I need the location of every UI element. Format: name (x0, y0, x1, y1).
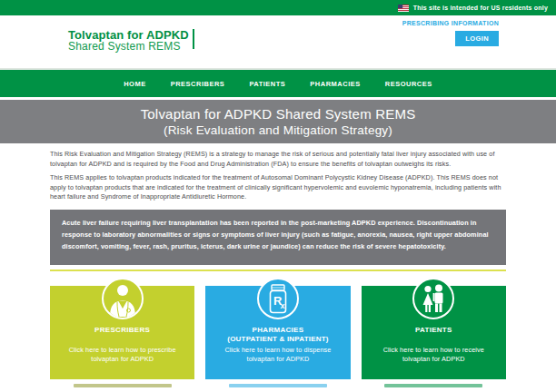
hero-subtitle: (Risk Evaluation and Mitigation Strategy… (0, 123, 556, 137)
rx-bottle-icon: R x (257, 278, 299, 319)
nav-item-patients[interactable]: PATIENTS (249, 80, 285, 88)
page: This site is intended for US residents o… (0, 0, 556, 392)
logo-title: Tolvaptan for ADPKD (68, 28, 189, 40)
prescribers-card[interactable]: PRESCRIBERS Click here to learn how to p… (50, 286, 194, 379)
us-flag-icon (398, 5, 409, 12)
main-nav: HOME PRESCRIBERS PATIENTS PHARMACIES RES… (0, 70, 556, 97)
top-notice-bar: This site is intended for US residents o… (0, 0, 556, 15)
site-header: Tolvaptan for ADPKD Shared System REMS P… (0, 15, 556, 68)
login-button[interactable]: LOGIN (455, 31, 499, 46)
prescribing-information-link[interactable]: PRESCRIBING INFORMATION (402, 20, 499, 26)
us-residents-notice: This site is intended for US residents o… (413, 5, 548, 11)
nav-item-home[interactable]: HOME (124, 80, 146, 88)
patients-card-title: PATIENTS (362, 326, 506, 335)
pharmacies-cutoff-link[interactable] (229, 384, 327, 387)
svg-text:x: x (280, 301, 284, 310)
site-logo[interactable]: Tolvaptan for ADPKD Shared System REMS (50, 28, 194, 68)
nav-item-prescribers[interactable]: PRESCRIBERS (171, 80, 225, 88)
hero-banner: Tolvaptan for ADPKD Shared System REMS (… (0, 100, 556, 143)
pharmacies-card[interactable]: R x PHARMACIES (OUTPATIENT & INPATIENT) … (205, 286, 350, 379)
logo-subtitle: Shared System REMS (68, 42, 189, 52)
intro-paragraph-1: This Risk Evaluation and Mitigation Stra… (50, 150, 506, 169)
cutoff-links-row (50, 384, 506, 387)
lime-divider (50, 270, 506, 271)
intro-paragraph-2: This REMS applies to tolvaptan products … (50, 173, 506, 202)
patients-card[interactable]: PATIENTS Click here to learn how to rece… (362, 286, 506, 379)
pharmacies-card-subtitle: (OUTPATIENT & INPATIENT) (205, 335, 350, 344)
main-content: This Risk Evaluation and Mitigation Stra… (50, 150, 506, 379)
logo-divider-bar (193, 29, 195, 49)
doctor-icon (102, 278, 144, 319)
patients-card-link[interactable]: Click here to learn how to receive tolva… (362, 346, 506, 364)
liver-failure-warning-box: Acute liver failure requiring liver tran… (50, 210, 506, 265)
patients-cutoff-link[interactable] (384, 384, 482, 387)
prescribers-cutoff-link[interactable] (74, 384, 172, 387)
prescribers-card-title: PRESCRIBERS (50, 326, 194, 335)
nav-item-pharmacies[interactable]: PHARMACIES (310, 80, 360, 88)
prescribers-card-link[interactable]: Click here to learn how to prescribe tol… (50, 346, 194, 364)
pharmacies-card-title: PHARMACIES (205, 326, 350, 335)
hero-title: Tolvaptan for ADPKD Shared System REMS (0, 106, 556, 122)
patients-icon (412, 278, 454, 319)
nav-item-resources[interactable]: RESOURCES (385, 80, 432, 88)
audience-cards: PRESCRIBERS Click here to learn how to p… (50, 286, 506, 379)
pharmacies-card-link[interactable]: Click here to learn how to dispense tolv… (205, 346, 350, 364)
